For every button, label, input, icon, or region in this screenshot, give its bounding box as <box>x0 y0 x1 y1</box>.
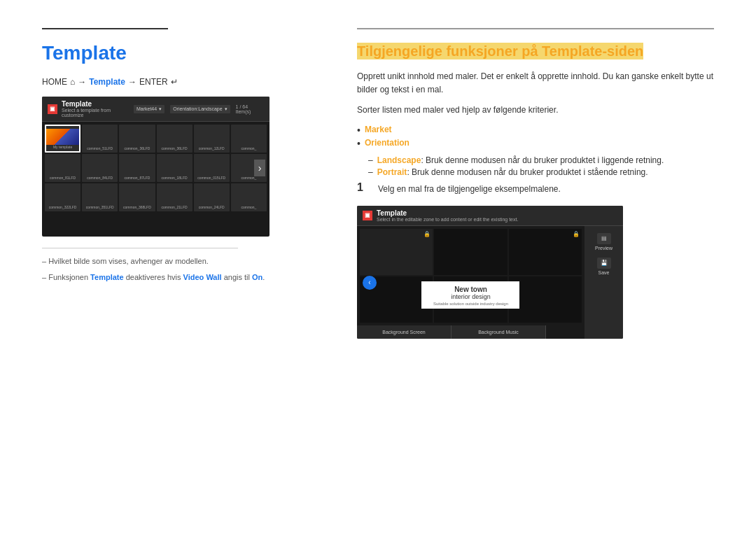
item-preview <box>45 187 80 205</box>
template-logo-icon: ▣ <box>48 104 57 114</box>
item-preview <box>82 187 118 205</box>
item-preview <box>119 157 155 176</box>
landscape-label: Landscape <box>377 155 421 165</box>
template-grid-item[interactable]: common_36LFD <box>119 125 155 153</box>
next-arrow-icon[interactable]: › <box>254 160 265 176</box>
template-grid-item[interactable]: common_81LFD <box>45 154 80 182</box>
step-1-text: Velg en mal fra de tilgjengelige eksempe… <box>378 181 561 196</box>
template-ui-title: Template <box>62 100 134 108</box>
top-divider-right <box>357 28 714 29</box>
preview-btn-icon: ▤ <box>597 233 611 244</box>
note-1: – Hvilket bilde som vises, avhenger av m… <box>42 255 315 267</box>
preview-body: 🔒 🔒 New town interior design <box>357 226 623 339</box>
orientation-dropdown[interactable]: Orientation:Landscape ▾ <box>170 105 230 113</box>
template-ui-header-left: ▣ Template Select a template from custom… <box>48 100 134 118</box>
item-label: common_36LFD <box>119 146 155 150</box>
preview-logo-icon: ▣ <box>363 211 372 220</box>
template-grid: My templatecommon_51LFDcommon_36LFDcommo… <box>42 122 270 214</box>
lock-icon: 🔒 <box>424 231 430 237</box>
market-dropdown[interactable]: Market44 ▾ <box>134 105 164 113</box>
cancel-nav-button[interactable]: ‹ <box>363 276 377 290</box>
top-divider-left <box>42 28 168 29</box>
sub-bullet-portrait: – Portrait: Bruk denne modusen når du br… <box>368 167 714 177</box>
template-grid-item[interactable]: common_ <box>231 183 267 211</box>
template-grid-item[interactable]: common_84LFD <box>82 154 118 182</box>
breadcrumb-arrow1: → <box>78 77 86 87</box>
lock-icon-2: 🔒 <box>573 231 580 237</box>
item-label: common_322LFD <box>45 205 80 209</box>
preview-header: ▣ Template Select in the editable zone t… <box>357 206 623 226</box>
preview-grid: 🔒 🔒 New town interior design <box>357 226 584 325</box>
template-grid-item[interactable]: My template <box>45 125 80 153</box>
item-label: common_24LFD <box>194 205 230 209</box>
description-1: Opprett unikt innhold med maler. Det er … <box>357 70 714 97</box>
item-label: common_12LFD <box>194 146 230 150</box>
item-label: common_51LFD <box>82 146 118 150</box>
item-preview <box>157 128 192 146</box>
item-preview <box>119 128 155 146</box>
template-grid-item[interactable]: common_51LFD <box>82 125 118 153</box>
chevron-down-icon: ▾ <box>159 106 162 112</box>
template-grid-item[interactable]: common_351LFD <box>82 183 118 211</box>
template-grid-item[interactable]: common_ <box>231 125 267 153</box>
template-grid-item[interactable]: common_18LFD <box>157 154 192 182</box>
overlay-hint: Suitable solution outside industry desig… <box>433 302 508 306</box>
save-button[interactable]: 💾 Save <box>597 258 611 275</box>
sub-bullet-list: – Landscape: Bruk denne modusen når du b… <box>368 155 714 177</box>
template-ui-mockup: ▣ Template Select a template from custom… <box>42 97 270 237</box>
item-label: common_87LFD <box>119 176 155 180</box>
item-preview <box>45 157 80 176</box>
portrait-label: Portrait <box>377 167 407 177</box>
breadcrumb-enter: ENTER <box>139 77 168 87</box>
item-preview <box>194 157 230 176</box>
bullet-list: • Market • Orientation <box>357 125 714 148</box>
template-grid-item[interactable]: common_24LFD <box>194 183 230 211</box>
item-preview <box>119 187 155 205</box>
item-count: 1 / 64 Item(s) <box>236 104 264 114</box>
template-preview-ui: ▣ Template Select in the editable zone t… <box>357 206 623 339</box>
item-preview <box>231 187 267 205</box>
template-grid-item[interactable]: common_21LFD <box>157 183 192 211</box>
item-label: common_81LFD <box>45 176 80 180</box>
step-1-row: 1 Velg en mal fra de tilgjengelige eksem… <box>357 181 714 196</box>
item-preview <box>82 128 118 146</box>
section-title: Tilgjengelige funksjoner på Template-sid… <box>357 42 714 60</box>
text-overlay: New town interior design Suitable soluti… <box>421 281 519 309</box>
item-preview <box>82 157 118 176</box>
template-grid-item[interactable]: common_322LFD <box>45 183 80 211</box>
bg-music-button[interactable]: Background Music <box>451 325 546 339</box>
item-label: common_36LFD <box>157 146 192 150</box>
home-label: HOME <box>42 77 67 87</box>
note-videowall-bold: Video Wall <box>183 273 222 281</box>
section-title-text: Tilgjengelige funksjoner på Template-sid… <box>357 43 643 59</box>
market-label: Market <box>365 125 392 134</box>
note-template-bold: Template <box>90 273 123 281</box>
preview-cell-1: 🔒 <box>360 229 433 275</box>
template-ui-header: ▣ Template Select a template from custom… <box>42 97 270 122</box>
item-label: common_84LFD <box>82 176 118 180</box>
enter-icon: ↵ <box>171 77 178 87</box>
preview-button[interactable]: ▤ Preview <box>595 233 612 251</box>
preview-cell-3: 🔒 <box>509 229 582 275</box>
preview-subtitle: Select in the editable zone to add conte… <box>377 217 518 222</box>
bg-screen-button[interactable]: Background Screen <box>357 325 451 339</box>
template-grid-item[interactable]: common_87LFD <box>119 154 155 182</box>
item-preview <box>231 128 267 146</box>
template-grid-item[interactable]: common_36LFD <box>157 125 192 153</box>
item-preview <box>194 187 230 205</box>
overlay-subtitle: interior design <box>433 293 508 300</box>
orientation-label: Orientation <box>365 138 410 148</box>
item-label: common_015LFD <box>194 176 230 180</box>
template-grid-item[interactable]: common_368LFD <box>119 183 155 211</box>
overlay-title: New town <box>433 286 508 293</box>
item-label: common_18LFD <box>157 176 192 180</box>
save-btn-label: Save <box>598 270 610 275</box>
preview-right-panel: ▤ Preview 💾 Save <box>584 226 623 339</box>
template-grid-item[interactable]: common_12LFD <box>194 125 230 153</box>
note-2: – Funksjonen Template deaktiveres hvis V… <box>42 272 315 283</box>
template-grid-item[interactable]: common_015LFD <box>194 154 230 182</box>
template-ui-controls: Market44 ▾ Orientation:Landscape ▾ 1 / 6… <box>134 104 264 114</box>
breadcrumb: HOME ⌂ → Template → ENTER ↵ <box>42 77 315 87</box>
template-ui-subtitle: Select a template from customize <box>62 108 134 118</box>
item-label: common_ <box>231 205 267 209</box>
